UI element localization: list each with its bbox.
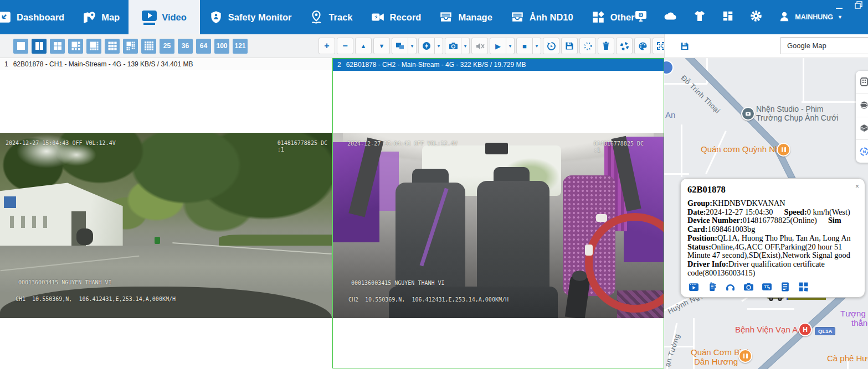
nav-item-manage[interactable]: Manage — [430, 0, 501, 34]
osd-gps: CH2 10.550369,N, 106.412431,E,253.14,A,0… — [348, 297, 509, 303]
channel-title: 62B01878 - CH1 - Main-Stream - 4G - 139 … — [13, 60, 193, 68]
osd-device-id: 014816778825 DC :1 — [594, 141, 644, 154]
close-icon[interactable]: × — [855, 183, 859, 190]
window-layout-button[interactable] — [392, 38, 408, 54]
track-pin-icon — [309, 10, 323, 24]
nav-item-video[interactable]: Video — [129, 0, 200, 34]
stop-button[interactable]: ■ — [516, 38, 533, 54]
chevron-down-icon[interactable]: ▼ — [461, 38, 470, 54]
popup-tts-button[interactable]: TTs — [762, 282, 772, 292]
rearview-mirror — [485, 143, 509, 154]
cloud-icon[interactable] — [663, 9, 677, 25]
restore-window-button[interactable] — [855, 1, 862, 11]
popup-log-button[interactable] — [707, 282, 717, 292]
layout-6-button[interactable] — [68, 39, 83, 54]
road-segment — [681, 124, 682, 177]
chevron-down-icon[interactable]: ▼ — [408, 38, 417, 54]
chevron-down-icon[interactable]: ▼ — [435, 38, 443, 54]
nav-item-record[interactable]: Record — [362, 0, 430, 34]
device-number-label: Device Number: — [687, 216, 743, 225]
compass-button[interactable]: N — [856, 140, 868, 163]
chevron-down-icon[interactable]: ▼ — [533, 38, 541, 54]
studio-pin-icon[interactable] — [741, 107, 755, 121]
3d-layer-button[interactable] — [856, 117, 868, 141]
monitor-camera-icon[interactable] — [634, 9, 648, 25]
traffic-layer-button[interactable] — [856, 71, 868, 94]
hospital-pin-icon[interactable]: H — [798, 323, 812, 336]
layout-64-button[interactable]: 64 — [196, 39, 211, 54]
map-provider-select[interactable]: Google Map — [780, 37, 868, 54]
building-windows — [10, 216, 52, 228]
save-button[interactable] — [561, 38, 578, 54]
dashboard-grid-icon[interactable] — [722, 10, 734, 24]
popup-row-date-speed: Date:2024-12-27 15:04:30Speed:0 km/h(Wes… — [687, 208, 858, 217]
lifebuoy-button[interactable] — [616, 38, 633, 54]
cabin-scene — [333, 133, 664, 318]
restaurant-pin-icon[interactable] — [777, 143, 790, 157]
layout-4-button[interactable] — [50, 39, 65, 54]
popup-report-button[interactable] — [780, 282, 790, 292]
clear-button[interactable] — [598, 38, 614, 54]
popup-more-button[interactable] — [798, 282, 809, 292]
page-up-button[interactable]: ▲ — [355, 38, 372, 54]
nav-item-safety-monitor[interactable]: Safety Monitor — [200, 0, 301, 34]
nav-item-anh-nd10[interactable]: Ảnh ND10 — [501, 0, 582, 34]
nav-label: Other — [610, 12, 635, 23]
layout-2-button[interactable] — [32, 39, 47, 54]
layout-36-button[interactable]: 36 — [178, 39, 193, 54]
layout-16-button[interactable] — [141, 39, 156, 54]
road-segment — [803, 58, 804, 101]
layout-25-button[interactable]: 25 — [160, 39, 174, 54]
nav-item-track[interactable]: Track — [300, 0, 361, 34]
channel-title: 62B01878 - CH2 - Main-Stream - 4G - 322 … — [346, 61, 526, 69]
refresh-button[interactable] — [543, 38, 559, 54]
osd-driver-id: 000136003415 NGUYEN THANH VI — [18, 279, 112, 286]
user-menu[interactable]: MAINHUNG ▼ — [778, 11, 843, 24]
mute-button[interactable] — [471, 38, 488, 54]
outdoor-scene — [0, 133, 332, 318]
city-label: An — [665, 110, 675, 119]
video-panel-1-header[interactable]: 1 62B01878 - CH1 - Main-Stream - 4G - 13… — [0, 58, 332, 70]
popup-video-button[interactable] — [689, 282, 699, 292]
poi-label-line: Tượng đ — [840, 309, 868, 318]
nav-label: Dashboard — [17, 12, 64, 23]
video-panel-2-selected[interactable]: 2 62B01878 - CH2 - Main-Stream - 4G - 32… — [332, 58, 664, 368]
layout-8-button[interactable] — [86, 39, 101, 54]
map-controls: N — [856, 71, 868, 163]
minimize-button[interactable] — [836, 8, 843, 9]
nav-item-map[interactable]: Map — [73, 0, 129, 34]
map-panel[interactable]: Đỗ Trinh Thoại An Nhện Studio - Phim Trư… — [664, 58, 868, 369]
popup-headphones-button[interactable] — [725, 282, 736, 292]
zoom-out-button[interactable]: − — [337, 38, 353, 54]
position-value: QL1A, Huong Tho Phu, Tan An, Long An — [717, 233, 851, 242]
layout-13-button[interactable] — [123, 39, 138, 54]
layout-1-button[interactable] — [13, 39, 28, 54]
map-pin-icon — [82, 10, 96, 24]
gear-icon[interactable] — [749, 9, 763, 25]
video-panel-1[interactable]: 1 62B01878 - CH1 - Main-Stream - 4G - 13… — [0, 58, 332, 369]
nav-item-dashboard[interactable]: Dashboard — [0, 0, 73, 34]
restaurant-pin-icon[interactable] — [738, 349, 752, 363]
stream-quality-button[interactable] — [418, 38, 435, 54]
layout-100-button[interactable]: 100 — [214, 39, 229, 54]
play-button[interactable]: ▶ — [490, 38, 506, 54]
trash-bin — [155, 237, 160, 244]
satellite-layer-button[interactable] — [856, 94, 868, 117]
zoom-in-button[interactable]: + — [319, 38, 335, 54]
popup-camera-button[interactable] — [743, 282, 754, 292]
map-save-button[interactable] — [677, 38, 692, 54]
shirt-icon[interactable] — [693, 9, 706, 25]
chevron-down-icon: ▼ — [838, 14, 843, 20]
seat — [477, 181, 549, 296]
poi-label-line: thắng — [851, 318, 868, 328]
snapshot-button[interactable] — [445, 38, 461, 54]
layout-121-button[interactable]: 121 — [233, 39, 248, 54]
page-down-button[interactable]: ▼ — [373, 38, 390, 54]
vehicle-front-camera-view[interactable]: 2024-12-27 15:04:43 OFF V0L:12.4V 014816… — [0, 133, 332, 318]
layout-9-button[interactable] — [105, 39, 120, 54]
polling-button[interactable] — [579, 38, 596, 54]
chevron-down-icon[interactable]: ▼ — [506, 38, 515, 54]
video-panel-2-header[interactable]: 2 62B01878 - CH2 - Main-Stream - 4G - 32… — [333, 59, 664, 71]
vehicle-interior-camera-view[interactable]: 2024-12-27 15:04:43 OFF V0L:12.4V 014816… — [333, 133, 664, 318]
palette-button[interactable] — [634, 38, 651, 54]
